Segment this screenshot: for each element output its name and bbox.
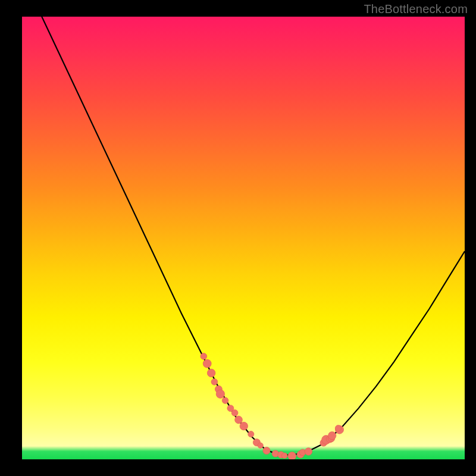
marker-dot — [203, 359, 211, 368]
watermark-text: TheBottleneck.com — [364, 2, 468, 16]
marker-dot — [207, 369, 215, 377]
marker-dot — [222, 397, 228, 404]
marker-dot — [263, 447, 270, 454]
marker-dot — [288, 452, 296, 460]
marker-dot — [258, 443, 263, 448]
marker-dot — [328, 431, 336, 439]
marker-dot — [211, 378, 218, 385]
chart-svg — [22, 17, 465, 459]
marker-dot — [216, 390, 224, 398]
bottleneck-curve — [22, 17, 465, 455]
marker-dot — [231, 410, 238, 416]
marker-dot — [281, 453, 287, 459]
marker-dot — [305, 448, 312, 456]
marker-dot — [201, 353, 207, 359]
plot-area — [22, 17, 465, 459]
outer-frame: TheBottleneck.com — [0, 0, 476, 476]
marker-group — [201, 353, 344, 459]
marker-dot — [335, 425, 341, 431]
marker-dot — [235, 416, 243, 424]
marker-dot — [240, 422, 248, 430]
marker-dot — [248, 431, 254, 437]
